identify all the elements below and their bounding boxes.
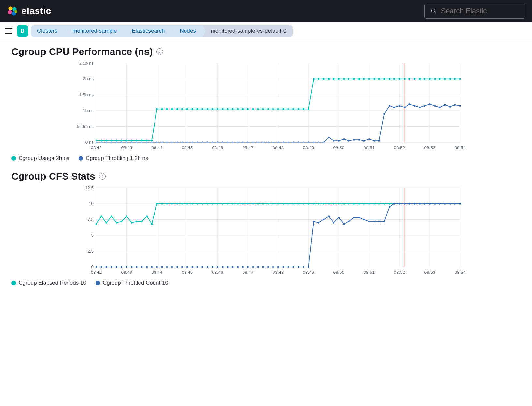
sub-header: D Clustersmonitored-sampleElasticsearchN…	[0, 22, 532, 40]
svg-point-165	[328, 137, 330, 138]
legend-dot-icon	[11, 156, 16, 161]
svg-point-376	[454, 203, 456, 204]
svg-point-361	[378, 221, 380, 222]
chart-block: Cgroup CPU Performance (ns) i 0 ns500m n…	[11, 46, 521, 162]
legend-dot-icon	[11, 281, 16, 285]
svg-point-98	[358, 78, 360, 80]
svg-point-363	[389, 206, 390, 208]
svg-point-107	[404, 78, 405, 80]
svg-point-169	[348, 140, 349, 142]
svg-point-353	[338, 217, 340, 218]
svg-point-95	[343, 78, 345, 80]
svg-point-113	[434, 78, 436, 80]
svg-point-248	[176, 203, 178, 204]
svg-point-167	[338, 140, 340, 142]
svg-point-109	[414, 78, 415, 80]
svg-point-68	[207, 108, 208, 110]
info-icon[interactable]: i	[156, 48, 163, 55]
legend-item[interactable]: Cgroup Usage 2b ns	[11, 155, 69, 162]
legend-item[interactable]: Cgroup Throttled Count 10	[96, 280, 168, 286]
svg-point-179	[399, 105, 400, 107]
svg-point-371	[429, 203, 431, 204]
svg-point-260	[237, 203, 239, 204]
svg-point-247	[171, 203, 173, 204]
svg-point-65	[192, 108, 193, 110]
svg-point-368	[414, 203, 415, 204]
svg-point-172	[363, 140, 365, 142]
svg-point-286	[368, 203, 370, 204]
svg-point-99	[363, 78, 365, 80]
svg-point-253	[201, 203, 203, 204]
svg-point-114	[439, 78, 440, 80]
svg-point-48	[106, 140, 107, 141]
svg-point-63	[181, 108, 183, 110]
svg-point-269	[283, 203, 284, 204]
svg-point-275	[313, 203, 315, 204]
svg-point-182	[414, 105, 415, 107]
svg-text:08:43: 08:43	[121, 270, 132, 275]
svg-text:7.5: 7.5	[87, 217, 94, 222]
svg-point-73	[232, 108, 233, 110]
legend: Cgroup Elapsed Periods 10Cgroup Throttle…	[11, 280, 521, 286]
svg-point-281	[343, 203, 345, 204]
legend: Cgroup Usage 2b nsCgroup Throttling 1.2b…	[11, 155, 521, 162]
breadcrumb-item[interactable]: Clusters	[31, 25, 64, 37]
search-box[interactable]	[424, 4, 525, 19]
svg-text:2.5b ns: 2.5b ns	[79, 61, 94, 66]
brand-name: elastic	[22, 6, 51, 16]
svg-point-277	[323, 203, 324, 204]
svg-point-175	[378, 140, 380, 142]
menu-toggle-icon[interactable]	[4, 25, 14, 37]
svg-point-69	[212, 108, 213, 110]
svg-point-279	[333, 203, 334, 204]
breadcrumb-item[interactable]: monitored-sample	[64, 25, 123, 37]
svg-point-178	[393, 107, 395, 108]
svg-text:08:45: 08:45	[182, 145, 193, 150]
svg-point-106	[399, 78, 400, 80]
legend-item[interactable]: Cgroup Throttling 1.2b ns	[79, 155, 148, 162]
svg-text:08:48: 08:48	[273, 270, 284, 275]
svg-point-80	[267, 108, 269, 110]
svg-point-100	[368, 78, 370, 80]
app-icon[interactable]: D	[17, 25, 28, 37]
svg-point-188	[444, 104, 446, 106]
svg-point-255	[212, 203, 213, 204]
svg-point-83	[283, 108, 284, 110]
svg-point-104	[389, 78, 390, 80]
svg-point-245	[161, 203, 163, 204]
svg-point-266	[267, 203, 269, 204]
breadcrumb-item[interactable]: Elasticsearch	[123, 25, 171, 37]
chart-title: Cgroup CFS Stats	[11, 171, 95, 182]
svg-text:08:46: 08:46	[212, 145, 223, 150]
svg-point-270	[287, 203, 289, 204]
svg-point-54	[136, 140, 137, 141]
info-icon[interactable]: i	[99, 173, 106, 180]
svg-point-50	[116, 140, 117, 141]
svg-point-241	[141, 221, 142, 222]
svg-point-272	[298, 203, 299, 204]
svg-point-171	[358, 139, 360, 141]
svg-point-96	[348, 78, 349, 80]
search-icon	[431, 8, 436, 14]
svg-point-51	[121, 140, 122, 141]
svg-point-280	[338, 203, 340, 204]
svg-point-243	[151, 223, 153, 225]
elastic-logo-icon	[7, 5, 18, 17]
svg-point-93	[333, 78, 334, 80]
svg-point-184	[424, 105, 425, 107]
svg-point-58	[156, 108, 158, 110]
svg-point-258	[227, 203, 228, 204]
svg-point-349	[318, 222, 319, 224]
search-input[interactable]	[441, 7, 519, 15]
svg-point-350	[323, 219, 324, 220]
legend-item[interactable]: Cgroup Elapsed Periods 10	[11, 280, 86, 286]
svg-point-290	[389, 203, 390, 204]
svg-text:1b ns: 1b ns	[83, 108, 94, 113]
brand[interactable]: elastic	[7, 5, 51, 17]
svg-point-244	[156, 203, 158, 204]
svg-point-274	[308, 203, 309, 204]
svg-point-0	[8, 7, 13, 11]
svg-text:08:42: 08:42	[91, 145, 102, 150]
svg-point-285	[363, 203, 365, 204]
breadcrumb-item[interactable]: Nodes	[171, 25, 202, 37]
